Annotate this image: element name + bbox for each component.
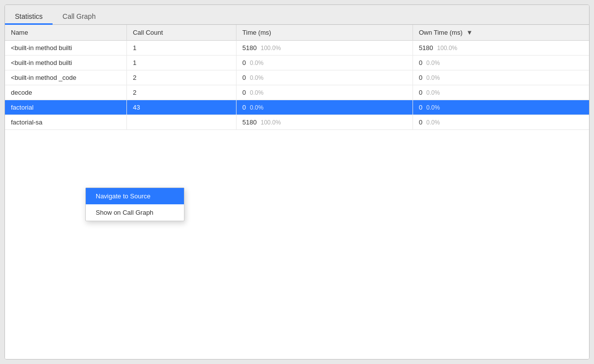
own-time-value: 0 [419,104,422,111]
table-row[interactable]: <built-in method builti100.0%00.0% [5,56,589,70]
time-value: 0 [242,89,246,96]
cell-call-count: 43 [126,100,236,115]
time-percent: 100.0% [261,45,281,52]
own-time-percent: 0.0% [426,104,440,111]
tab-statistics[interactable]: Statistics [5,9,53,25]
own-time-value: 5180 [419,44,433,52]
cell-call-count: 2 [126,70,236,85]
cell-time: 5180100.0% [236,41,413,56]
table-row[interactable]: <built-in method builti15180100.0%518010… [5,41,589,56]
cell-name: factorial [5,100,126,115]
cell-own-time: 00.0% [413,70,589,85]
table-header-row: Name Call Count Time (ms) Own Time (ms) … [5,25,589,41]
table-row[interactable]: factorial-sa5180100.0%00.0% [5,115,589,130]
time-percent: 0.0% [250,104,263,111]
time-value: 5180 [242,44,257,52]
cell-name: <built-in method builti [5,56,126,70]
statistics-table: Name Call Count Time (ms) Own Time (ms) … [5,25,589,130]
time-percent: 100.0% [261,119,281,126]
cell-call-count: 1 [126,41,236,56]
own-time-percent: 0.0% [426,119,440,126]
context-menu-navigate-to-source[interactable]: Navigate to Source [86,188,184,204]
sort-icon: ▼ [466,29,473,36]
cell-own-time: 00.0% [413,100,589,115]
cell-own-time: 00.0% [413,85,589,100]
col-header-own-time[interactable]: Own Time (ms) ▼ [413,25,589,41]
cell-call-count: 1 [126,56,236,70]
cell-time: 00.0% [236,56,413,70]
tab-bar: Statistics Call Graph [5,5,589,25]
tab-call-graph[interactable]: Call Graph [53,9,106,25]
own-time-percent: 0.0% [426,89,440,96]
cell-own-time: 5180100.0% [413,41,589,56]
own-time-percent: 100.0% [437,45,458,52]
main-panel: Statistics Call Graph Name Call Count Ti… [4,4,590,360]
col-header-name: Name [5,25,126,41]
own-time-percent: 0.0% [426,74,440,81]
table-row[interactable]: decode200.0%00.0% [5,85,589,100]
col-header-time: Time (ms) [236,25,413,41]
own-time-value: 0 [419,74,422,81]
cell-call-count: 2 [126,85,236,100]
cell-name: factorial-sa [5,115,126,130]
table-body: <built-in method builti15180100.0%518010… [5,41,589,130]
own-time-value: 0 [419,89,422,96]
context-menu-show-on-call-graph[interactable]: Show on Call Graph [86,204,184,221]
cell-name: decode [5,85,126,100]
time-percent: 0.0% [250,89,263,96]
time-percent: 0.0% [250,60,263,66]
cell-call-count [126,115,236,130]
own-time-value: 0 [419,119,422,126]
cell-own-time: 00.0% [413,115,589,130]
cell-time: 00.0% [236,70,413,85]
cell-name: <built-in method builti [5,41,126,56]
cell-time: 00.0% [236,100,413,115]
time-value: 5180 [242,119,257,126]
cell-time: 5180100.0% [236,115,413,130]
col-header-call-count: Call Count [126,25,236,41]
own-time-value: 0 [419,59,422,66]
time-value: 0 [242,74,246,81]
cell-own-time: 00.0% [413,56,589,70]
own-time-percent: 0.0% [426,60,440,66]
table-content: Name Call Count Time (ms) Own Time (ms) … [5,25,589,359]
time-percent: 0.0% [250,74,263,81]
cell-name: <built-in method _codе [5,70,126,85]
table-row[interactable]: <built-in method _codе200.0%00.0% [5,70,589,85]
time-value: 0 [242,59,246,66]
context-menu: Navigate to Source Show on Call Graph [85,187,184,221]
cell-time: 00.0% [236,85,413,100]
time-value: 0 [242,104,246,111]
table-row[interactable]: factorial4300.0%00.0% [5,100,589,115]
